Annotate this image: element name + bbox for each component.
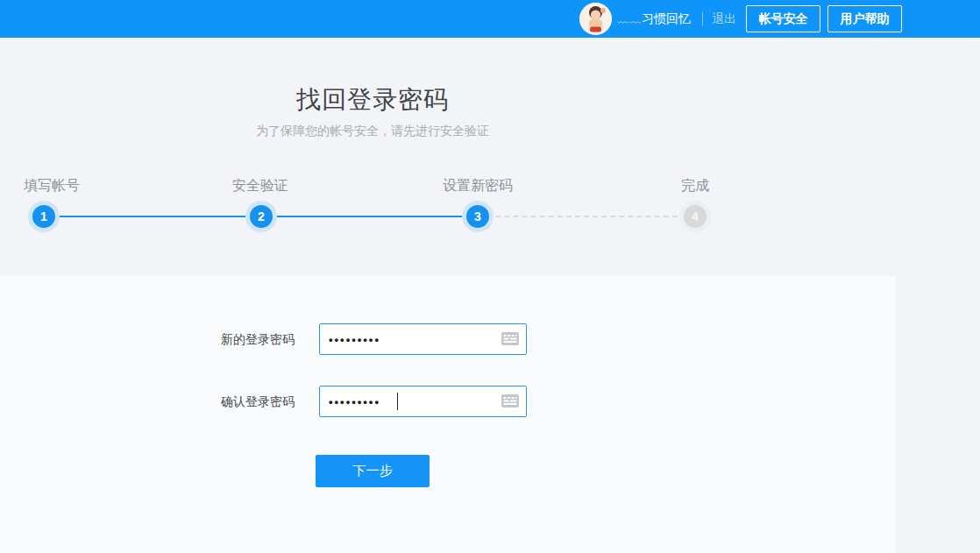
step-circle-1: 1	[28, 201, 60, 232]
keyboard-icon[interactable]	[501, 394, 519, 408]
step-number-3: 3	[466, 205, 489, 228]
step-number-1: 1	[32, 205, 55, 228]
confirm-password-row: 确认登录密码	[0, 386, 896, 417]
step-circle-3: 3	[462, 201, 494, 232]
step-connector-2-3	[261, 216, 478, 217]
step-circle-4: 4	[679, 201, 711, 232]
step-label-fill-account: 填写帐号	[24, 177, 80, 195]
confirm-password-input[interactable]	[319, 386, 527, 417]
step-connector-3-4	[478, 216, 695, 217]
step-label-set-new-password: 设置新密码	[443, 177, 513, 195]
new-password-label: 新的登录密码	[221, 323, 295, 355]
confirm-password-label: 确认登录密码	[221, 386, 295, 417]
progress-stepper: 填写帐号 安全验证 设置新密码 完成 1 2 3 4	[0, 0, 980, 276]
new-password-input[interactable]	[319, 323, 527, 355]
step-label-complete: 完成	[681, 177, 709, 195]
step-label-security-verify: 安全验证	[232, 177, 288, 195]
form-panel: 新的登录密码 确认登录密码	[0, 276, 896, 553]
next-step-button[interactable]: 下一步	[316, 455, 430, 487]
keyboard-icon[interactable]	[501, 332, 519, 345]
new-password-row: 新的登录密码	[0, 323, 896, 355]
step-number-4: 4	[684, 205, 707, 228]
step-connector-1-2	[44, 216, 261, 217]
password-recovery-page: ﹏﹏习惯回忆ゞ 退出 帐号安全 用户帮助 找回登录密码 为了保障您的帐号安全，请…	[0, 0, 980, 553]
text-caret	[397, 393, 398, 410]
confirm-password-input-wrap	[319, 386, 527, 417]
step-number-2: 2	[250, 205, 273, 228]
step-circle-2: 2	[245, 201, 277, 232]
new-password-input-wrap	[319, 323, 527, 355]
